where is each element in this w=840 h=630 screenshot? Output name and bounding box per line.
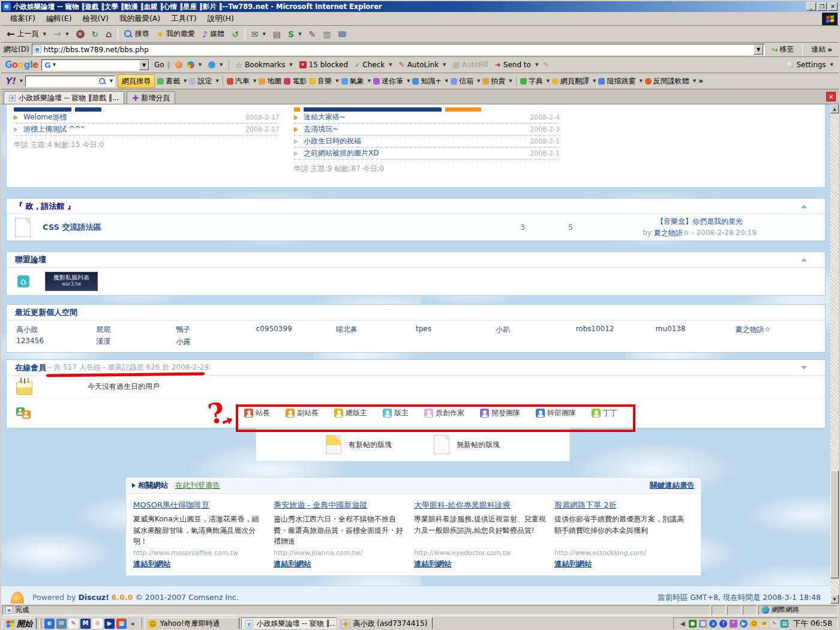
ad-title-link[interactable]: 大學眼科-給你專業眼科診療 [414,500,546,511]
quicklaunch-notepad-icon[interactable]: ✎ [68,619,79,629]
popup-blocked-button[interactable]: ✕15 blocked [298,60,350,70]
thread-link[interactable]: 游標上傳測試 ^^" [23,124,245,134]
scroll-up-button[interactable]: ▲ [830,104,839,113]
user-space-link[interactable]: tpes [416,325,496,335]
address-input[interactable]: e http://bbs.tw789.net/bbs.php ▼ [32,44,766,55]
quicklaunch-flower-icon[interactable]: ❊ [92,619,103,629]
post-ad-link[interactable]: 在此刊登廣告 [175,481,220,491]
user-space-link[interactable]: 夏之物語☆ [736,325,815,335]
alliance-banner[interactable]: 魔獸私服列表 war3.tw [45,272,98,291]
yahoo-web-search-button[interactable]: 網頁搜尋 [118,74,155,88]
close-button[interactable]: ✕ [828,2,838,11]
yahoo-popup-blocker-button[interactable]: 阻擋跳窗▼ [598,76,642,86]
yahoo-auction-button[interactable]: 拍賣▼ [482,76,512,86]
tab-close-button[interactable]: ✕ [826,92,836,101]
discuz-link[interactable]: Discuz! [78,593,109,602]
home-link-icon[interactable] [17,275,29,287]
task-forum-window[interactable]: e 小政娛樂論壇 -- 寵物 ‖... [241,617,336,630]
task-yahoo-messenger[interactable]: ☺ Yahoo!奇摩即時通 [145,617,239,630]
minimize-button[interactable]: _ [806,2,816,11]
thread-link[interactable]: Welome游標 [23,112,245,122]
thread-row[interactable]: Welome游標 2008-2-17 [14,112,280,124]
task-messenger-chat[interactable]: ☻ 高小政 (asd7374415) [338,617,433,630]
collapse-chevron-icon[interactable] [801,258,807,262]
yahoo-logo[interactable]: Y! [5,76,16,86]
quicklaunch-outlook-icon[interactable]: ✉ [56,619,67,629]
links-button[interactable]: 連結» [807,44,836,55]
messenger-button[interactable]: S▼ [285,29,304,40]
keyword-ads-link[interactable]: 關鍵連結廣告 [650,481,695,491]
pen-tool-icon[interactable]: ✎ [770,620,778,628]
menu-help[interactable]: 說明(H) [202,13,239,25]
yahoo-settings-button[interactable]: 設定▼ [189,76,218,86]
user-space-link[interactable]: 小趴 [496,325,575,335]
yahoo-mail-button[interactable]: 信箱▼ [451,76,480,86]
address-dropdown-button[interactable]: ▼ [754,44,763,55]
user-space-link[interactable]: 鴨子 [176,325,256,335]
favorites-button[interactable]: ★我的最愛 [153,28,198,40]
yahoo-maps-button[interactable]: 地圖 [259,76,281,86]
google-news-icon[interactable] [175,61,182,68]
yahoo-minipen-button[interactable]: 迷你筆▼ [373,76,410,86]
thread-row[interactable]: 游標上傳測試 ^^" 2008-2-17 [14,124,280,136]
mail-notify-icon[interactable]: ✉ [760,620,768,628]
menu-edit[interactable]: 編輯(E) [41,13,77,25]
google-bookmarks-button[interactable]: ☆Bookmarks▼ [233,60,294,70]
yahoo-bookmarks-button[interactable]: 書籤▼ [157,76,187,86]
google-notifier-button[interactable]: ▼ [185,61,203,69]
scrollbar-thumb[interactable] [830,470,839,578]
yahoo-search-input[interactable]: ▼ [25,76,115,87]
ad-visit-link[interactable]: 連結到網站 [554,559,592,568]
search-button[interactable]: 搜尋 [121,28,152,40]
network-icon[interactable]: ▦ [699,620,707,628]
autofill-button[interactable]: ▤AutoFill [451,60,490,70]
google-search-dropdown[interactable]: ▼ [139,60,149,70]
forum-name-link[interactable]: CSS 交流語法區 [43,222,499,233]
thread-link[interactable]: 送給大家搭~ [304,112,530,122]
user-space-link[interactable]: c0950399 [256,325,336,335]
quicklaunch-media-player-icon[interactable]: ▶ [104,619,115,629]
yahoo-antispy-button[interactable]: 反間諜軟體▼ [645,76,696,86]
edit-button[interactable]: ✎ [306,29,319,40]
yahoo-overflow-chevron[interactable]: » [698,77,703,85]
user-space-link[interactable]: 小露 [176,337,256,347]
mail-button[interactable]: ✉▼ [248,29,269,40]
menu-view[interactable]: 檢視(V) [77,13,114,25]
yahoo-knowledge-button[interactable]: 知識+▼ [412,76,448,86]
menu-tools[interactable]: 工具(T) [166,13,202,25]
aim-icon[interactable]: a [709,620,717,628]
icq-icon[interactable]: * [730,620,737,628]
user-space-link[interactable]: robs10012 [575,325,655,335]
home-button[interactable]: ⌂ [103,29,115,40]
spellcheck-button[interactable]: ✓Check▼ [353,60,394,70]
yahoo-movies-button[interactable]: 電影 [284,76,307,86]
user-space-link[interactable]: 喵北鼻 [336,325,416,335]
go-button[interactable]: ↪移至 [767,44,798,55]
thread-row[interactable]: 送給大家搭~ 2008-2-4 [294,112,560,124]
user-space-link[interactable]: 高小政 [16,325,96,335]
google-go-button[interactable]: Go∥ [152,60,172,70]
highlighter-icon[interactable]: ✎ [543,61,549,69]
ime-icon[interactable]: ▤ [781,620,788,628]
wireless-icon[interactable]: ● [689,620,697,628]
collapse-chevron-icon[interactable] [801,366,807,370]
menu-file[interactable]: 檔案(F) [5,13,41,25]
yahoo-weather-button[interactable]: 氣象▼ [341,76,371,86]
start-button[interactable]: 開始 [2,617,37,630]
refresh-button[interactable]: ↻ [89,29,102,40]
google-search-input[interactable]: G▼ ▼ [41,59,149,71]
last-post-author-link[interactable]: 夏之物語☆ [654,229,689,237]
update-icon[interactable]: ▶ [740,620,748,628]
quicklaunch-overflow-chevron[interactable]: » [128,620,137,628]
user-space-link[interactable]: 屁屁 [96,325,176,335]
ad-title-link[interactable]: MOSOR馬仕得咖啡豆 [133,500,265,511]
menu-favorites[interactable]: 我的最愛(A) [114,13,166,25]
user-space-link[interactable]: 123456 [16,337,96,347]
tab-forum[interactable]: ✣ 小政娛樂論壇 -- 寵物 ‖遊戲 ‖... [4,91,124,104]
google-settings-button[interactable]: Settings▼ [785,60,835,70]
yahoo-translate-button[interactable]: 網頁翻譯▼ [552,76,596,86]
vertical-scrollbar[interactable]: ▲ ▼ [830,104,839,604]
thread-row[interactable]: 去清境玩~ 2008-2-3 [294,124,560,136]
quicklaunch-picasa-icon[interactable]: ▦ [116,619,127,629]
ad-title-link[interactable]: 喬安旅遊 - 金典中國新遊蹤 [274,500,406,511]
